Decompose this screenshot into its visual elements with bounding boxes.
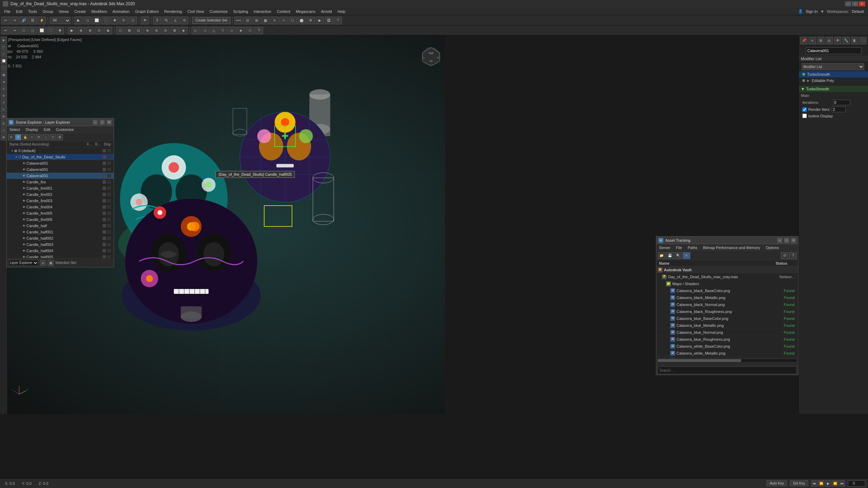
menu-animation[interactable]: Animation: [110, 9, 132, 14]
tb2-btn28[interactable]: ?: [255, 27, 263, 34]
left-btn11[interactable]: ↻: [1, 106, 7, 113]
at-item-12[interactable]: 🖼Calavera_white_Metallic.pngFound: [656, 350, 798, 357]
percent-btn[interactable]: 3: [153, 17, 161, 24]
menu-civil-view[interactable]: Civil View: [185, 9, 206, 14]
rotate-btn[interactable]: ↻: [120, 17, 128, 24]
isoline-checkbox[interactable]: [802, 114, 807, 118]
menu-megascans[interactable]: Megascans: [293, 9, 318, 14]
link-button[interactable]: 🔗: [19, 17, 28, 24]
timeline-start[interactable]: ⏮: [811, 480, 817, 487]
at-menu-paths[interactable]: Paths: [685, 245, 700, 250]
set-key-btn[interactable]: Set Key: [790, 480, 808, 486]
left-btn1[interactable]: ▶: [1, 37, 7, 43]
modifier-dropdown[interactable]: Modifier List: [802, 63, 864, 70]
se-list-item-12[interactable]: 👁Candle_half: [7, 223, 114, 229]
se-list-item-13[interactable]: 👁Candle_half001: [7, 229, 114, 235]
at-item-0[interactable]: 🏛Autodesk Vault: [656, 266, 798, 273]
at-item-7[interactable]: 🖼Calavera_blue_BaseColor.pngFound: [656, 315, 798, 322]
tb2-btn23[interactable]: △: [210, 27, 218, 34]
panel-icon-new[interactable]: ⬛: [859, 37, 867, 44]
renderIters-checkbox[interactable]: [802, 107, 807, 112]
scene-explorer-minimize[interactable]: ─: [93, 120, 98, 125]
curve-editor-btn[interactable]: ∿: [279, 17, 288, 24]
at-close[interactable]: ✕: [791, 238, 796, 243]
se-menu-customize[interactable]: Customize: [53, 127, 77, 132]
material-editor-btn[interactable]: ⬤: [298, 17, 306, 24]
se-menu-select[interactable]: Select: [7, 127, 23, 132]
render-btn[interactable]: ▶: [316, 17, 324, 24]
se-layer-explorer-dropdown[interactable]: Layer Explorer: [8, 260, 39, 266]
navigation-cube[interactable]: TOP R L FR: [421, 46, 441, 67]
at-item-6[interactable]: 🖼Calavera_black_Roughness.pngFound: [656, 308, 798, 315]
left-btn10[interactable]: ↺: [1, 99, 7, 106]
tb2-btn25[interactable]: ◇: [228, 27, 236, 34]
modifier-editablepolyitem[interactable]: ▶ Editable Poly: [799, 77, 868, 84]
object-name-field[interactable]: [806, 47, 861, 54]
at-menu-options[interactable]: Options: [763, 245, 782, 250]
tb2-btn26[interactable]: ◈: [237, 27, 245, 34]
at-tb-refresh[interactable]: ↺: [781, 252, 788, 259]
select-window-btn[interactable]: ⬜: [92, 17, 101, 24]
create-selection-set-button[interactable]: Create Selection Set: [192, 17, 230, 24]
se-list-item-11[interactable]: 👁Candle_fire006: [7, 216, 114, 223]
se-list-item-14[interactable]: 👁Candle_half002: [7, 235, 114, 241]
tb2-btn6[interactable]: ⬛: [47, 27, 55, 34]
se-tb-lock[interactable]: 🔒: [22, 134, 28, 140]
left-btn3[interactable]: ◻: [1, 51, 7, 57]
filter-dropdown[interactable]: All: [50, 17, 71, 24]
tb2-btn10[interactable]: ⊗: [86, 27, 94, 34]
se-list-item-7[interactable]: 👁Candle_fire002: [7, 191, 114, 198]
se-list-item-6[interactable]: 👁Candle_fire001: [7, 185, 114, 191]
at-tb-find[interactable]: 🔍: [674, 252, 682, 259]
asset-search-bar[interactable]: [658, 366, 797, 374]
animate-btn[interactable]: Auto Key: [766, 480, 787, 486]
move-btn[interactable]: ✚: [111, 17, 119, 24]
left-btn4[interactable]: ⬜: [1, 58, 7, 64]
se-list-item-9[interactable]: 👁Candle_fire004: [7, 204, 114, 210]
tb2-btn16[interactable]: ⊛: [143, 27, 152, 34]
at-item-9[interactable]: 🖼Calavera_blue_Normal.pngFound: [656, 329, 798, 336]
left-btn12[interactable]: ⊞: [1, 113, 7, 119]
tb2-btn27[interactable]: ⬡: [246, 27, 254, 34]
se-list-item-16[interactable]: 👁Candle_half004: [7, 248, 114, 254]
se-list-item-8[interactable]: 👁Candle_fire003: [7, 198, 114, 204]
left-btn2[interactable]: ⬡: [1, 44, 7, 50]
align-btn[interactable]: ⊟: [243, 17, 252, 24]
scene-explorer-maximize[interactable]: □: [100, 120, 105, 125]
menu-modifiers[interactable]: Modifiers: [89, 9, 110, 14]
left-btn13[interactable]: ⊟: [1, 120, 7, 126]
scene-explorer-close[interactable]: ✕: [107, 120, 112, 125]
at-menu-server[interactable]: Server: [656, 245, 673, 250]
tb2-btn9[interactable]: ⊕: [77, 27, 85, 34]
at-menu-file[interactable]: File: [673, 245, 685, 250]
tb2-btn24[interactable]: ▽: [219, 27, 227, 34]
layer-mgr-btn[interactable]: ▦: [261, 17, 270, 24]
panel-icon-motion[interactable]: ◎: [826, 37, 833, 44]
se-menu-edit[interactable]: Edit: [41, 127, 53, 132]
se-list-item-15[interactable]: 👁Candle_half003: [7, 241, 114, 248]
menu-scripting[interactable]: Scripting: [230, 9, 251, 14]
close-button[interactable]: ✕: [859, 1, 865, 6]
panel-icon-hier[interactable]: ⊞: [817, 37, 825, 44]
timeline-prev[interactable]: ⏪: [818, 480, 824, 487]
se-list-item-2[interactable]: 👁Calavera001: [7, 160, 114, 166]
scale-btn[interactable]: ⬡: [129, 17, 137, 24]
tb2-btn22[interactable]: ◁: [201, 27, 209, 34]
se-footer-icon1[interactable]: ◎: [40, 260, 46, 266]
tb2-btn21[interactable]: ▷: [192, 27, 200, 34]
menu-arnold[interactable]: Arnold: [318, 9, 335, 14]
menu-content[interactable]: Content: [274, 9, 293, 14]
menu-group[interactable]: Group: [40, 9, 56, 14]
panel-icon-display[interactable]: 👁: [834, 37, 841, 44]
se-list-item-3[interactable]: 👁Calavera001: [7, 166, 114, 173]
render-setup-btn[interactable]: ⚙: [307, 17, 315, 24]
tb2-btn2[interactable]: ↪: [10, 27, 19, 34]
panel-icon-list[interactable]: ≡: [809, 37, 816, 44]
at-item-5[interactable]: 🖼Calavera_black_Normal.pngFound: [656, 301, 798, 308]
menu-customize[interactable]: Customize: [207, 9, 230, 14]
se-tb-options[interactable]: ⚙: [57, 134, 63, 140]
redo-button[interactable]: ↪: [10, 17, 19, 24]
panel-icon-pin[interactable]: 📌: [800, 37, 808, 44]
at-scrollbar[interactable]: [658, 359, 797, 362]
at-item-1[interactable]: 📦Day_of_the_Dead_Skulls_max_vray.maxNetw…: [656, 273, 798, 280]
